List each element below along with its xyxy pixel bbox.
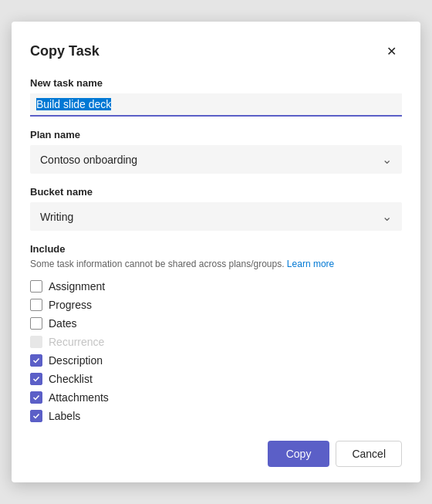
- include-label: Include: [30, 243, 402, 255]
- checkbox-progress-box[interactable]: [30, 299, 42, 311]
- checkbox-dates-box[interactable]: [30, 317, 42, 330]
- copy-task-dialog: Copy Task ✕ New task name Build slide de…: [12, 22, 420, 482]
- checkbox-assignment-box[interactable]: [30, 280, 42, 293]
- checkbox-labels-label: Labels: [49, 410, 80, 422]
- close-button[interactable]: ✕: [380, 40, 402, 62]
- checkbox-attachments-box[interactable]: [30, 391, 42, 404]
- copy-button[interactable]: Copy: [268, 441, 330, 467]
- checkbox-assignment[interactable]: Assignment: [30, 280, 402, 293]
- chevron-down-icon-bucket: ⌄: [382, 209, 392, 224]
- checkbox-labels[interactable]: Labels: [30, 410, 402, 422]
- checkbox-progress[interactable]: Progress: [30, 299, 402, 311]
- dialog-header: Copy Task ✕: [30, 40, 402, 62]
- bucket-name-field-group: Bucket name Writing ⌄: [30, 186, 402, 231]
- checkbox-description-label: Description: [49, 354, 103, 367]
- plan-name-label: Plan name: [30, 129, 402, 140]
- plan-name-dropdown[interactable]: Contoso onboarding ⌄: [30, 145, 402, 174]
- bucket-name-value: Writing: [40, 211, 73, 223]
- checkbox-list: Assignment Progress Dates: [30, 280, 402, 422]
- learn-more-link[interactable]: Learn more: [287, 259, 334, 269]
- checkbox-attachments-label: Attachments: [49, 391, 109, 404]
- include-note: Some task information cannot be shared a…: [30, 258, 402, 271]
- checkbox-labels-box[interactable]: [30, 410, 42, 422]
- task-name-input-wrapper[interactable]: Build slide deck: [30, 93, 402, 117]
- close-icon: ✕: [386, 44, 397, 59]
- task-name-label: New task name: [30, 77, 402, 89]
- dialog-title: Copy Task: [30, 43, 100, 59]
- dialog-footer: Copy Cancel: [30, 441, 402, 467]
- include-section: Include Some task information cannot be …: [30, 243, 402, 422]
- plan-name-value: Contoso onboarding: [40, 154, 137, 166]
- checkbox-recurrence-label: Recurrence: [49, 336, 104, 348]
- checkbox-assignment-label: Assignment: [49, 280, 105, 293]
- bucket-name-dropdown[interactable]: Writing ⌄: [30, 202, 402, 231]
- task-name-field-group: New task name Build slide deck: [30, 77, 402, 117]
- checkbox-recurrence-box: [30, 336, 42, 348]
- checkbox-attachments[interactable]: Attachments: [30, 391, 402, 404]
- checkbox-description-box[interactable]: [30, 354, 42, 367]
- task-name-selected-text: Build slide deck: [36, 98, 111, 110]
- checkbox-checklist-label: Checklist: [49, 373, 93, 385]
- checkbox-progress-label: Progress: [49, 299, 92, 311]
- checkbox-dates-label: Dates: [49, 317, 77, 330]
- chevron-down-icon: ⌄: [382, 152, 392, 167]
- checkbox-checklist[interactable]: Checklist: [30, 373, 402, 385]
- checkbox-description[interactable]: Description: [30, 354, 402, 367]
- plan-name-field-group: Plan name Contoso onboarding ⌄: [30, 129, 402, 174]
- checkbox-recurrence: Recurrence: [30, 336, 402, 348]
- checkbox-checklist-box[interactable]: [30, 373, 42, 385]
- cancel-button[interactable]: Cancel: [336, 441, 402, 467]
- bucket-name-label: Bucket name: [30, 186, 402, 198]
- checkbox-dates[interactable]: Dates: [30, 317, 402, 330]
